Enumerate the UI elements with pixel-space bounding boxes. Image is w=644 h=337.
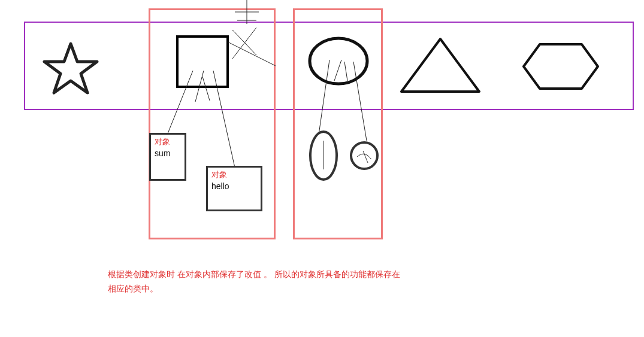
small-circle-instance xyxy=(347,139,381,172)
triangle-shape-icon xyxy=(395,33,485,99)
object-label-1: 对象 xyxy=(155,137,181,147)
object-label-2: 对象 xyxy=(211,170,257,180)
object-text-hello: hello xyxy=(211,181,257,192)
svg-marker-5 xyxy=(401,39,479,92)
svg-point-9 xyxy=(351,142,377,169)
hexagon-shape-icon xyxy=(519,40,603,93)
small-ellipse-instance xyxy=(306,129,341,183)
object-box-sum: 对象 sum xyxy=(149,133,186,181)
caption-line-2: 相应的类中。 xyxy=(108,281,158,296)
svg-marker-6 xyxy=(524,44,598,89)
star-shape-icon xyxy=(41,40,101,98)
caption-line-1: 根据类创建对象时 在对象内部保存了改值 。 所以的对象所具备的功能都保存在 xyxy=(108,267,400,281)
object-text-sum: sum xyxy=(155,148,181,159)
object-box-hello: 对象 hello xyxy=(206,166,262,211)
svg-marker-0 xyxy=(44,44,97,93)
